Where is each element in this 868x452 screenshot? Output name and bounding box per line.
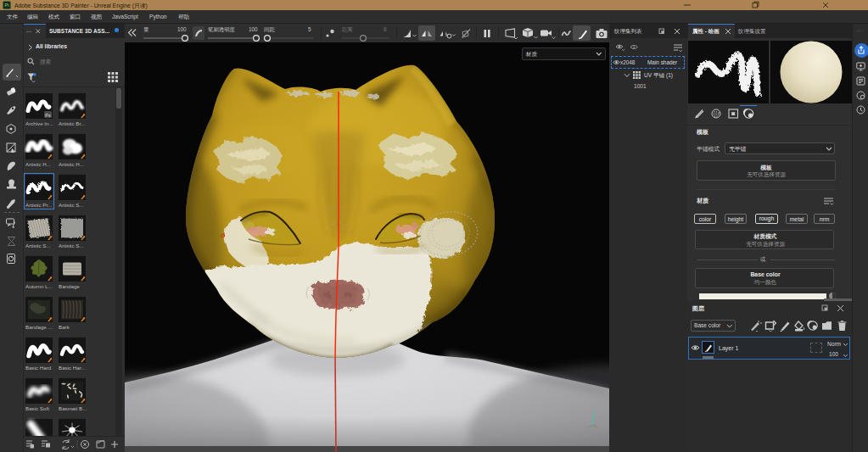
svg-text:Pt: Pt [4,3,9,8]
svg-text:Bark: Bark [59,324,70,330]
svg-text:Artistic Pr...: Artistic Pr... [25,202,53,208]
svg-text:Basic Hard: Basic Hard [25,365,52,371]
svg-text:Artistic H...: Artistic H... [59,161,84,167]
svg-text:Basic Soft: Basic Soft [25,405,49,411]
svg-text:Artistic S...: Artistic S... [59,243,84,248]
svg-text:Archive In...: Archive In... [25,120,53,126]
svg-text:Artistic S...: Artistic S... [59,202,84,208]
svg-text:Artistic H...: Artistic H... [25,161,51,167]
svg-text:1: 1 [633,44,636,49]
svg-text:Bandage: Bandage [59,283,80,289]
svg-text:Artistic S...: Artistic S... [25,243,51,248]
svg-text:Basic Har...: Basic Har... [59,365,86,371]
svg-text:Bandage ...: Bandage ... [25,324,53,330]
svg-text:Basmati B...: Basmati B... [59,405,87,411]
svg-text:Autumn L...: Autumn L... [25,283,53,289]
svg-text:Artistic Br...: Artistic Br... [59,120,86,126]
svg-text:Ps: Ps [45,113,51,118]
